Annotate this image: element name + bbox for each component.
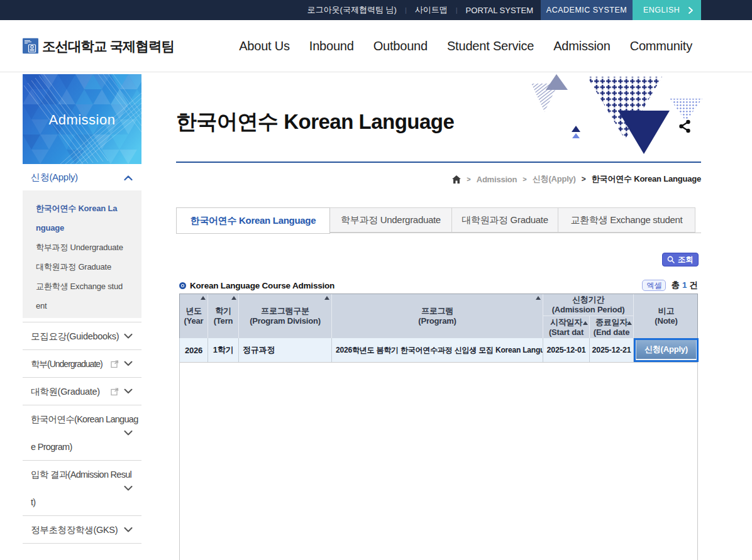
sort-asc-icon (583, 321, 588, 325)
col-header-division[interactable]: 프로그램구분 (Program Division) (239, 294, 332, 338)
grid-header: 년도 (Year 학기 (Tern 프로그램구분 (Program Divisi… (179, 294, 698, 338)
submenu-exchange-student[interactable]: 교환학생 Exchange stud ent (36, 277, 138, 316)
tab-exchange-student[interactable]: 교환학생 Exchange student (558, 207, 695, 233)
external-link-icon (111, 387, 119, 395)
excel-button[interactable]: 엑셀 (642, 280, 666, 291)
external-link-icon (111, 360, 119, 368)
tab-graduate[interactable]: 대학원과정 Graduate (452, 207, 558, 233)
section-bullet-icon (179, 282, 186, 289)
chevron-down-icon (124, 334, 133, 339)
sidebar-item-undergraduate[interactable]: 학부(Undergraduate) (23, 349, 141, 377)
sidebar-item-guidebooks[interactable]: 모집요강(Guidebooks) (23, 322, 141, 349)
breadcrumb-current: 한국어연수 Korean Language (592, 173, 701, 185)
sort-asc-icon (627, 321, 632, 325)
chevron-down-icon (124, 389, 133, 394)
home-icon[interactable] (452, 175, 461, 184)
cell-program: 2026학년도 봄학기 한국어연수과정 신입생 모집 Korean Langua… (332, 338, 543, 362)
total-count: 총1건 (671, 280, 698, 291)
sort-asc-icon (231, 296, 236, 300)
cell-start-date: 2025-12-01 (543, 338, 590, 362)
chevron-down-icon (124, 431, 133, 436)
nav-student-service[interactable]: Student Service (447, 39, 534, 53)
nav-about-us[interactable]: About Us (239, 39, 290, 53)
tab-undergraduate[interactable]: 학부과정 Undergraduate (330, 207, 452, 233)
col-header-term[interactable]: 학기 (Tern (208, 294, 239, 338)
sitemap-link[interactable]: 사이트맵 (415, 4, 448, 16)
data-grid: 년도 (Year 학기 (Tern 프로그램구분 (Program Divisi… (179, 294, 698, 560)
nav-admission[interactable]: Admission (553, 39, 610, 53)
apply-button[interactable]: 신청(Apply) (636, 340, 697, 360)
share-icon[interactable] (678, 119, 693, 134)
sidebar-banner-title: Admission (23, 112, 141, 128)
nav-community[interactable]: Community (630, 39, 692, 53)
col-header-start-date[interactable]: 시작일자 (Start dat (543, 316, 590, 338)
brand-logo[interactable]: 조선대학교 국제협력팀 (23, 37, 174, 55)
search-icon (667, 256, 675, 263)
sidebar-item-admission-result[interactable]: 입학 결과(Admission Resul t) (23, 460, 141, 515)
page-title: 한국어연수 Korean Language (176, 108, 454, 136)
sort-asc-icon (536, 296, 541, 300)
sort-asc-icon (201, 296, 206, 300)
col-header-period-group: 신청기간 (Admission Period) (543, 294, 634, 316)
sort-asc-icon (324, 296, 329, 300)
sidebar-item-gks[interactable]: 정부초청장학생(GKS) (23, 515, 141, 543)
section-header-row: Korean Language Course Admission 엑셀 총1건 (179, 280, 698, 291)
language-label: ENGLISH (643, 6, 680, 14)
search-button[interactable]: 조회 (662, 253, 699, 266)
sidebar-group-apply[interactable]: 신청(Apply) (23, 167, 141, 188)
global-nav: About Us Inbound Outbound Student Servic… (239, 20, 692, 72)
submenu-undergraduate[interactable]: 학부과정 Undergraduate (36, 238, 138, 257)
breadcrumb-admission[interactable]: Admission (477, 175, 517, 184)
breadcrumb: > Admission > 신청(Apply) > 한국어연수 Korean L… (452, 173, 701, 185)
breadcrumb-apply[interactable]: 신청(Apply) (533, 173, 576, 185)
sidebar: Admission 신청(Apply) 한국어연수 Korean La ngua… (23, 74, 141, 544)
col-header-note: 비고 (Note) (634, 294, 699, 338)
chevron-down-icon (124, 361, 133, 366)
chevron-up-icon (124, 175, 133, 180)
col-header-program[interactable]: 프로그램 (Program) (332, 294, 543, 338)
sidebar-group-label: 신청(Apply) (31, 172, 78, 184)
logout-link[interactable]: 로그아웃(국제협력팀 님) (307, 4, 397, 16)
submenu-graduate[interactable]: 대학원과정 Graduate (36, 257, 138, 277)
portal-system-link[interactable]: PORTAL SYSTEM (466, 6, 533, 15)
col-header-end-date[interactable]: 종료일자 (End date (590, 316, 634, 338)
nav-outbound[interactable]: Outbound (373, 39, 428, 53)
title-decoration-art (522, 72, 704, 157)
apply-button-focus-ring: 신청(Apply) (634, 338, 699, 362)
submenu-korean-language[interactable]: 한국어연수 Korean La nguage (36, 199, 138, 238)
chevron-right-icon (688, 7, 693, 14)
academic-system-button[interactable]: ACADEMIC SYSTEM (541, 0, 633, 20)
table-row: 2026 1학기 정규과정 2026학년도 봄학기 한국어연수과정 신입생 모집… (179, 338, 698, 363)
sidebar-item-korean-language-program[interactable]: 한국어연수(Korean Languag e Program) (23, 405, 141, 460)
language-select-button[interactable]: ENGLISH (633, 0, 701, 20)
university-emblem-icon (23, 38, 38, 54)
tab-korean-language[interactable]: 한국어연수 Korean Language (176, 207, 330, 234)
grid-empty-body (179, 363, 698, 560)
topbar-separator: | (456, 6, 458, 14)
cell-year: 2026 (180, 338, 208, 362)
sidebar-item-graduate[interactable]: 대학원(Graduate) (23, 377, 141, 405)
cell-note: 신청(Apply) (634, 338, 699, 362)
top-utility-bar: 로그아웃(국제협력팀 님) | 사이트맵 | PORTAL SYSTEM ACA… (0, 0, 752, 20)
title-divider (176, 162, 701, 163)
sidebar-submenu: 한국어연수 Korean La nguage 학부과정 Undergraduat… (23, 190, 141, 318)
sidebar-menu-list: 모집요강(Guidebooks) 학부(Undergraduate) 대학원(G… (23, 322, 141, 544)
nav-inbound[interactable]: Inbound (309, 39, 354, 53)
sidebar-banner: Admission (23, 74, 141, 164)
cell-end-date: 2025-12-21 (590, 338, 634, 362)
tab-bar: 한국어연수 Korean Language 학부과정 Undergraduate… (176, 207, 701, 233)
cell-division: 정규과정 (239, 338, 332, 362)
chevron-down-icon (124, 486, 133, 491)
brand-name: 조선대학교 국제협력팀 (42, 37, 174, 55)
section-title: Korean Language Course Admission (190, 281, 335, 290)
site-header: 조선대학교 국제협력팀 About Us Inbound Outbound St… (0, 20, 752, 72)
topbar-separator: | (405, 6, 407, 14)
cell-term: 1학기 (208, 338, 239, 362)
col-header-year[interactable]: 년도 (Year (180, 294, 208, 338)
chevron-down-icon (124, 527, 133, 532)
